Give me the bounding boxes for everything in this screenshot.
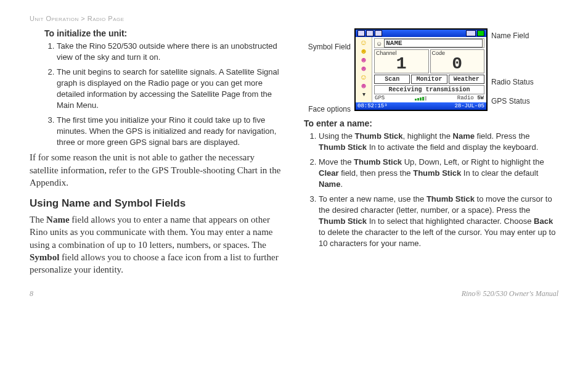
face-options-panel: ☺ ☻ ☻ ☻ ☺ ☻ ▾: [356, 37, 372, 102]
bold-thumbstick: Thumb Stick: [413, 168, 461, 178]
text-frag: field. Press the: [475, 131, 530, 141]
right-column: Symbol Field Face options: [304, 28, 558, 283]
callouts-left: Symbol Field Face options: [304, 28, 351, 113]
subhead-enter-name: To enter a name:: [304, 118, 558, 128]
monitor-button: Monitor: [411, 75, 447, 84]
topbar-btn: [357, 30, 365, 36]
step-2: The unit begins to search for satellite …: [57, 67, 284, 111]
label-gps-status: GPS Status: [491, 97, 541, 105]
face-icon: ☻: [360, 82, 368, 89]
bold-thumbstick: Thumb Stick: [427, 194, 475, 204]
manual-title: Rino® 520/530 Owner's Manual: [462, 289, 558, 299]
topbar-btn: [466, 30, 476, 36]
device-figure: Symbol Field Face options: [304, 28, 558, 113]
bold-clear: Clear: [319, 168, 339, 178]
channel-box: Channel 1: [374, 49, 429, 73]
label-name-field: Name Field: [491, 32, 541, 40]
topbar-btn: [366, 30, 374, 36]
text-frag: field allows you to choose a face icon f…: [30, 252, 279, 274]
text-frag: In to clear the default: [461, 168, 538, 178]
text-frag: to delete the character to the left of t…: [319, 228, 555, 248]
symbol-icon: ☺: [376, 40, 382, 47]
bold-symbol: Symbol: [30, 252, 59, 262]
face-icon: ☻: [360, 56, 368, 64]
text-frag: In to select that highlighted character.…: [367, 216, 534, 226]
paragraph-fallback: If for some reason the unit is not able …: [30, 151, 284, 189]
text-frag: .: [340, 179, 343, 189]
enter-step-3: To enter a new name, use the Thumb Stick…: [319, 194, 558, 249]
weather-button: Weather: [449, 75, 484, 84]
text-frag: field, then press the: [339, 168, 414, 178]
name-field: ☺ NAME: [374, 38, 484, 48]
radio-status-text: Receiving transmission: [374, 85, 484, 94]
smile-icon: ☺: [360, 39, 367, 46]
enter-step-1: Using the Thumb Stick, highlight the Nam…: [319, 131, 558, 153]
bold-thumbstick: Thumb Stick: [354, 157, 402, 167]
bold-thumbstick: Thumb Stick: [319, 216, 367, 226]
paragraph-name-symbol: The Name field allows you to enter a nam…: [30, 213, 284, 276]
name-value: NAME: [384, 39, 483, 47]
enter-step-2: Move the Thumb Stick Up, Down, Left, or …: [319, 157, 558, 190]
bold-back: Back: [534, 216, 553, 226]
label-radio-status: Radio Status: [491, 78, 541, 86]
subhead-initialize: To initialize the unit:: [44, 28, 284, 38]
step-3: The first time you initialize your Rino …: [57, 115, 284, 148]
bold-thumbstick: Thumb Stick: [319, 142, 367, 152]
steps-initialize: Take the Rino 520/530 outside where ther…: [30, 41, 284, 147]
smile-icon: ☺: [360, 73, 367, 81]
device-topbar: [356, 30, 486, 37]
radio-value: 5W: [477, 95, 484, 101]
section-heading: Using Name and Symbol Fields: [30, 197, 284, 210]
bold-name: Name: [46, 215, 70, 224]
arrow-down-icon: ▾: [362, 91, 365, 97]
code-value: 0: [432, 56, 483, 72]
steps-enter-name: Using the Thumb Stick, highlight the Nam…: [304, 131, 558, 249]
smile-icon: ☻: [360, 47, 368, 55]
device-main: ☺ NAME Channel 1 Code: [372, 37, 486, 102]
text-frag: To enter a new name, use the: [319, 194, 427, 204]
text-frag: , highlight the: [403, 131, 453, 141]
radio-label: Radio: [457, 95, 474, 101]
device-bottombar: 08:52:15³ 28-JUL-05: [356, 102, 486, 110]
topbar-btn: [375, 30, 382, 36]
text-frag: The: [30, 215, 46, 224]
signal-bars-icon: [415, 96, 427, 101]
gps-status-row: GPS Radio 5W: [374, 94, 484, 102]
text-frag: Up, Down, Left, or Right to highlight th…: [402, 157, 544, 167]
face-icon: ☻: [360, 65, 368, 72]
topbar-battery-icon: [477, 30, 484, 36]
label-symbol-field: Symbol Field: [304, 43, 351, 51]
callouts-right: Name Field Radio Status GPS Status: [491, 28, 541, 106]
device-screen: ☺ ☻ ☻ ☻ ☺ ☻ ▾ ☺ NAME: [354, 28, 488, 111]
bold-name: Name: [319, 179, 340, 189]
page-number: 8: [30, 289, 33, 299]
text-frag: In to activate the field and display the…: [367, 142, 538, 152]
text-frag: Using the: [319, 131, 355, 141]
bold-name: Name: [453, 131, 475, 141]
text-frag: Move the: [319, 157, 354, 167]
channel-value: 1: [376, 56, 427, 72]
bold-thumbstick: Thumb Stick: [355, 131, 403, 141]
device-date: 28-JUL-05: [454, 103, 484, 109]
left-column: To initialize the unit: Take the Rino 52…: [30, 28, 284, 283]
code-box: Code 0: [430, 49, 485, 73]
gps-label: GPS: [375, 95, 385, 101]
scan-button: Scan: [374, 75, 410, 84]
page-footer: 8 Rino® 520/530 Owner's Manual: [30, 289, 558, 299]
label-face-options: Face options: [304, 105, 351, 113]
step-1: Take the Rino 520/530 outside where ther…: [57, 41, 284, 63]
breadcrumb: Unit Operation > Radio Page: [30, 15, 558, 22]
device-time: 08:52:15³: [357, 103, 388, 109]
